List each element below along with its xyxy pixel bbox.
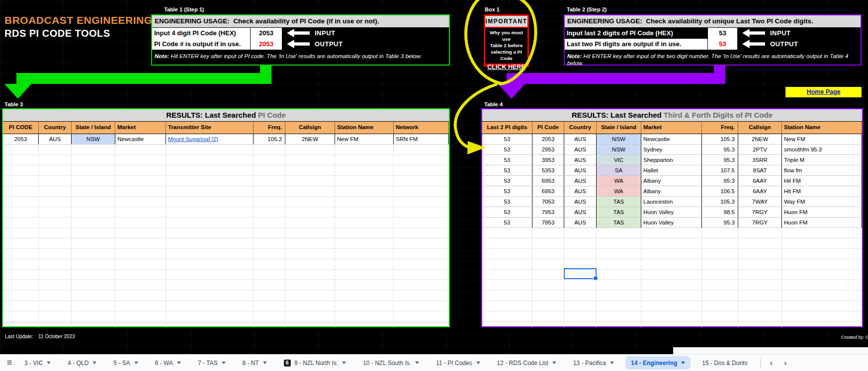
cell-pi: 6953 <box>532 186 564 197</box>
horizontal-scrollbar[interactable] <box>673 347 868 355</box>
table1-label: Table 1 (Step 1) <box>164 6 204 12</box>
cell-last2: 53 <box>482 165 532 176</box>
chevron-down-icon <box>342 362 346 364</box>
cell-state: NSW <box>597 134 641 145</box>
sheet-tab-13-pacifica[interactable]: 13 - Pacifica <box>568 356 619 370</box>
table1-input-tag: INPUT <box>315 28 336 39</box>
table2-output-row: Last two PI digits are output if in use.… <box>565 39 861 50</box>
cell-market: Newcastle <box>641 134 702 145</box>
tab-label: 11 - PI Codes <box>436 360 472 367</box>
chevron-down-icon <box>263 362 267 364</box>
sheet-tab-7-tas[interactable]: 7 - TAS <box>192 356 231 370</box>
table2-output-tag: OUTPUT <box>770 39 798 50</box>
sheet-tab-10-nzl-south-is[interactable]: 10 - NZL South Is. <box>357 356 425 370</box>
tab-label: 6 - WA <box>155 360 173 367</box>
empty-row <box>482 249 862 259</box>
sheet-tabs: 3 - VIC4 - QLD5 - SA6 - WA7 - TAS8 - NT6… <box>16 356 756 370</box>
fill-handle[interactable] <box>593 276 598 281</box>
cell-market: Sydney <box>641 145 702 155</box>
sheet-tab-bar: ≡ 3 - VIC4 - QLD5 - SA6 - WA7 - TAS8 - N… <box>0 354 868 371</box>
empty-row <box>3 322 449 327</box>
table1-output-label: PI Code # is output if in use. <box>152 39 251 50</box>
cell-state: VIC <box>597 155 641 165</box>
cell-state: TAS <box>597 207 641 218</box>
cell-network: SRN FM <box>394 134 449 145</box>
table3-body: 2053AUSNSWNewcastleMount Sugarloaf [2]10… <box>3 134 449 327</box>
cell-pi: 2053 <box>3 134 39 145</box>
left-arrow-icon <box>742 40 765 48</box>
table3-label: Table 3 <box>4 101 23 107</box>
cell-pi: 2953 <box>532 145 564 155</box>
column-header: Last 2 PI digits <box>482 122 532 134</box>
last-update-value: 11 October 2023 <box>38 334 75 339</box>
home-page-link[interactable]: Home Page <box>785 87 862 97</box>
tab-label: 7 - TAS <box>198 360 218 367</box>
cell-country: AUS <box>564 197 597 207</box>
cell-freq: 107.5 <box>702 165 738 176</box>
scroll-tabs-right-icon[interactable]: › <box>779 357 792 370</box>
sheet-tab-9-nzl-north-is[interactable]: 69 - NZL North Is. <box>278 356 351 370</box>
scroll-tabs-left-icon[interactable]: ‹ <box>765 357 779 370</box>
column-header: Transmitter Site <box>166 122 254 134</box>
empty-row <box>3 311 449 322</box>
sheet-tab-14-engineering[interactable]: 14 - Engineering <box>625 356 691 370</box>
note-text: Hit ENTER key after input of the two dig… <box>567 53 848 66</box>
cell-pi: 5353 <box>532 165 564 176</box>
all-sheets-menu-icon[interactable]: ≡ <box>3 357 16 370</box>
tab-label: 5 - SA <box>113 360 130 367</box>
cell-pi: 7053 <box>532 197 564 207</box>
empty-row <box>482 228 862 238</box>
sheet-tab-11-pi-codes[interactable]: 11 - PI Codes <box>431 356 485 370</box>
chevron-down-icon <box>476 362 480 364</box>
box1-label: Box 1 <box>485 6 500 12</box>
tabbar-separator <box>760 358 761 368</box>
column-header: Callsign <box>738 122 782 134</box>
cell-station: Triple M <box>782 155 862 165</box>
transmitter-site-link[interactable]: Mount Sugarloaf [2] <box>168 136 218 142</box>
tab-label: 10 - NZL South Is. <box>363 360 411 367</box>
cell-callsign: 2PTV <box>738 145 782 155</box>
sheet-tab-3-vic[interactable]: 3 - VIC <box>19 356 56 370</box>
app-subtitle: RDS PI CODE TOOLS <box>4 27 153 40</box>
cell-market: Newcastle <box>115 134 166 145</box>
empty-row <box>3 259 449 270</box>
column-header: Country <box>39 122 72 134</box>
tab-label: 15 - Dos & Donts <box>702 360 747 367</box>
column-header: Market <box>641 122 702 134</box>
cell-last2: 53 <box>482 134 532 145</box>
box1-message-line1: Why you must use <box>485 29 527 42</box>
table2-output-label: Last two PI digits are output if in use. <box>565 39 708 50</box>
column-header: Freq. <box>254 122 285 134</box>
cell-pi: 3953 <box>532 155 564 165</box>
chevron-down-icon <box>177 362 181 364</box>
sheet-tab-5-sa[interactable]: 5 - SA <box>108 356 143 370</box>
cell-state: TAS <box>597 218 641 228</box>
table-row: 536953AUSWAAlbany106.56AAYHit FM <box>482 186 862 197</box>
empty-row <box>3 228 449 238</box>
cell-country: AUS <box>564 145 597 155</box>
cell-callsign: 6AAY <box>738 186 782 197</box>
sheet-tab-4-qld[interactable]: 4 - QLD <box>62 356 102 370</box>
selected-cell[interactable] <box>564 268 597 279</box>
empty-row <box>3 207 449 218</box>
column-header: PI Code <box>532 122 564 134</box>
cell-freq: 95.3 <box>702 145 738 155</box>
cell-last2: 53 <box>482 218 532 228</box>
table4-title-main: RESULTS: Last Searched <box>572 111 662 119</box>
note-prefix: Note: <box>567 53 582 59</box>
cell-state: NSW <box>72 134 115 145</box>
tab-label: 12 - RDS Code List <box>497 360 548 367</box>
empty-row <box>482 259 862 270</box>
sheet-tab-6-wa[interactable]: 6 - WA <box>150 356 186 370</box>
box1-message-line3: selecting a PI Code <box>485 49 527 62</box>
sheet-tab-8-nt[interactable]: 8 - NT <box>237 356 272 370</box>
table3-title: RESULTS: Last Searched PI Code <box>3 109 449 122</box>
click-here-link[interactable]: CLICK HERE <box>485 64 527 71</box>
table1-input-cell[interactable]: 2053 <box>251 28 282 39</box>
empty-row <box>3 280 449 291</box>
cell-country: AUS <box>564 176 597 186</box>
sheet-tab-15-dos-donts[interactable]: 15 - Dos & Donts <box>696 356 753 370</box>
sheet-tab-12-rds-code-list[interactable]: 12 - RDS Code List <box>492 356 562 370</box>
cell-callsign: 3SRR <box>738 155 782 165</box>
table2-input-cell[interactable]: 53 <box>708 28 738 39</box>
